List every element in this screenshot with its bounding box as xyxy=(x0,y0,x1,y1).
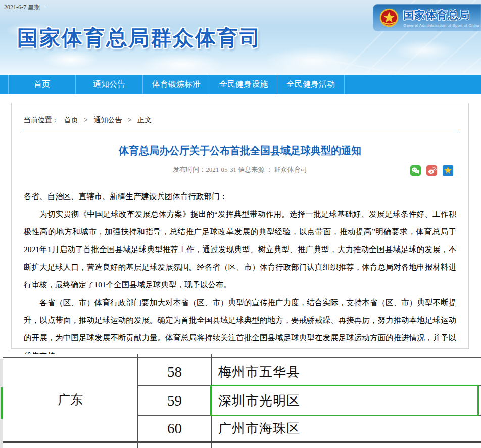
article-title: 体育总局办公厅关于公布首批全国县域足球典型的通知 xyxy=(12,144,468,158)
wechat-share-icon[interactable] xyxy=(410,165,421,176)
share-bar xyxy=(410,165,453,176)
place-cell: 梅州市五华县 xyxy=(211,358,481,386)
site-header: 2021-6-7 星期一 国家体育总局群众体育司 国家体育总局 General … xyxy=(0,0,481,75)
breadcrumb-notices[interactable]: 通知公告 xyxy=(93,116,122,124)
table-row-cutoff xyxy=(3,354,481,358)
content-card: 当前位置： 首页 > 通知公告 > 正文 体育总局办公厅关于公布首批全国县域足球… xyxy=(11,103,469,349)
place-cell: 广州市海珠区 xyxy=(211,415,481,442)
nav-item-notices[interactable]: 通知公告 xyxy=(76,75,143,94)
gov-logo[interactable]: 国家体育总局 General Administration of Sport o… xyxy=(373,4,481,31)
nav-item-fitness-activities[interactable]: 全民健身活动 xyxy=(277,75,345,94)
site-title: 国家体育总局群众体育司 xyxy=(17,24,262,52)
green-highlight-fragment xyxy=(1,387,3,419)
national-emblem-icon xyxy=(379,8,399,28)
qzone-share-icon[interactable] xyxy=(443,165,453,176)
nav-left-pad xyxy=(0,75,9,94)
breadcrumb-separator: > xyxy=(128,116,132,124)
article-salutation: 各省、自治区、直辖市、新疆生产建设兵团体育行政部门： xyxy=(24,187,456,205)
weibo-share-icon[interactable] xyxy=(426,165,437,176)
breadcrumb-separator: > xyxy=(84,116,88,124)
date-line: 2021-6-7 星期一 xyxy=(4,3,46,12)
row-number-cell: 59 xyxy=(138,386,211,415)
row-number-cell: 60 xyxy=(138,415,211,442)
nav-item-home[interactable]: 首页 xyxy=(9,75,76,94)
breadcrumb-label: 当前位置： xyxy=(24,116,59,124)
article-meta-row: 发布时间：2021-05-31 信息来源 ： 群众体育司 xyxy=(12,165,468,177)
typical-list-table: 广东 58 梅州市五华县 59 深圳市光明区 60 广州市海珠区 xyxy=(3,354,481,448)
table-row-cutoff xyxy=(3,442,481,448)
nav-item-fitness-facilities[interactable]: 全民健身设施 xyxy=(210,75,277,94)
province-cell: 广东 xyxy=(3,358,138,442)
gov-logo-subtitle: General Administration of Sport of China xyxy=(403,23,479,28)
gov-logo-title: 国家体育总局 xyxy=(403,8,479,22)
breadcrumb-current: 正文 xyxy=(137,116,152,124)
nav-item-exercise-standards[interactable]: 体育锻炼标准 xyxy=(143,75,210,94)
article-paragraph-1: 为切实贯彻《中国足球改革发展总体方案》提出的“发挥典型带动作用。选择一批足球基础… xyxy=(24,205,456,293)
breadcrumb-home[interactable]: 首页 xyxy=(64,116,78,124)
table-row: 广东 58 梅州市五华县 xyxy=(3,358,481,386)
article-meta: 发布时间：2021-05-31 信息来源 ： 群众体育司 xyxy=(12,165,468,174)
row-number-cell: 58 xyxy=(138,358,211,386)
breadcrumb: 当前位置： 首页 > 通知公告 > 正文 xyxy=(23,103,457,130)
main-nav: 首页 通知公告 体育锻炼标准 全民健身设施 全民健身活动 xyxy=(0,75,481,94)
typical-list-table-section: 广东 58 梅州市五华县 59 深圳市光明区 60 广州市海珠区 xyxy=(0,354,481,448)
place-cell: 深圳市光明区 xyxy=(211,386,481,415)
